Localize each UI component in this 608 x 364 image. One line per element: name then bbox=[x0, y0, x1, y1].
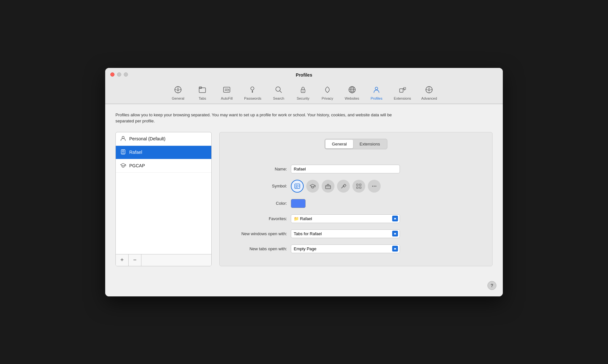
symbol-graduation[interactable] bbox=[306, 180, 319, 193]
titlebar: Profiles General bbox=[105, 68, 503, 104]
pgcap-name: PGCAP bbox=[129, 163, 145, 168]
toolbar-item-autofill[interactable]: AutoFill bbox=[215, 83, 239, 103]
new-windows-label: New windows open with: bbox=[229, 231, 287, 236]
toolbar-item-passwords[interactable]: Passwords bbox=[239, 83, 266, 103]
svg-rect-49 bbox=[359, 187, 361, 188]
svg-point-15 bbox=[276, 87, 280, 91]
svg-rect-25 bbox=[400, 89, 403, 92]
favorites-row: Favorites: 📁 Rafael bbox=[229, 214, 483, 223]
symbol-label: Symbol: bbox=[229, 184, 287, 188]
window-title: Profiles bbox=[296, 72, 312, 78]
svg-point-52 bbox=[376, 186, 376, 186]
toolbar-item-profiles[interactable]: Profiles bbox=[364, 83, 389, 103]
detail-panel: General Extensions Name: Symbol: bbox=[219, 132, 493, 266]
new-windows-select[interactable]: Tabs for Rafael bbox=[291, 229, 400, 238]
toolbar-item-general[interactable]: General bbox=[166, 83, 190, 103]
extensions-icon bbox=[398, 86, 407, 95]
profiles-label: Profiles bbox=[371, 96, 383, 100]
favorites-label: Favorites: bbox=[229, 216, 287, 221]
symbol-id-card[interactable] bbox=[291, 180, 304, 193]
tab-extensions[interactable]: Extensions bbox=[353, 140, 386, 148]
new-tabs-select[interactable]: Empty Page bbox=[291, 244, 400, 253]
rafael-icon bbox=[120, 149, 126, 156]
rafael-name: Rafael bbox=[129, 150, 142, 155]
profile-item-rafael[interactable]: Rafael bbox=[116, 146, 211, 159]
autofill-icon bbox=[223, 86, 231, 95]
add-profile-button[interactable]: + bbox=[116, 254, 129, 266]
color-picker[interactable] bbox=[291, 199, 306, 208]
svg-point-11 bbox=[251, 87, 254, 90]
close-button[interactable] bbox=[110, 72, 114, 77]
profile-item-pgcap[interactable]: PGCAP bbox=[116, 159, 211, 173]
description-text: Profiles allow you to keep your browsing… bbox=[115, 112, 404, 124]
svg-point-27 bbox=[428, 89, 430, 91]
toolbar-item-privacy[interactable]: Privacy bbox=[315, 83, 340, 103]
svg-rect-46 bbox=[357, 184, 358, 186]
svg-rect-43 bbox=[325, 186, 331, 189]
help-button[interactable]: ? bbox=[487, 281, 496, 290]
privacy-icon bbox=[323, 86, 332, 95]
security-label: Security bbox=[297, 96, 309, 100]
security-icon bbox=[299, 86, 307, 95]
toolbar-item-advanced[interactable]: Advanced bbox=[416, 83, 442, 103]
symbol-grid[interactable] bbox=[352, 180, 365, 193]
content-area: Profiles allow you to keep your browsing… bbox=[105, 104, 503, 296]
maximize-button[interactable] bbox=[124, 72, 128, 77]
svg-point-38 bbox=[296, 185, 298, 186]
preferences-window: Profiles General bbox=[105, 68, 503, 296]
autofill-label: AutoFill bbox=[221, 96, 233, 100]
remove-profile-button[interactable]: − bbox=[129, 254, 141, 266]
tabs-label: Tabs bbox=[199, 96, 206, 100]
symbol-row: Symbol: bbox=[229, 180, 483, 193]
toolbar-item-search[interactable]: Search bbox=[266, 83, 291, 103]
svg-point-1 bbox=[177, 89, 179, 91]
profiles-list-footer: + − bbox=[116, 254, 211, 266]
svg-point-24 bbox=[375, 87, 378, 90]
favorites-wrapper: 📁 Rafael bbox=[291, 214, 400, 223]
profiles-list: Personal (Default) Rafael bbox=[115, 132, 212, 266]
profile-item-personal[interactable]: Personal (Default) bbox=[116, 132, 211, 146]
passwords-icon bbox=[249, 86, 257, 95]
passwords-label: Passwords bbox=[244, 96, 261, 100]
advanced-icon bbox=[425, 86, 433, 95]
toolbar-item-extensions[interactable]: Extensions bbox=[389, 83, 416, 103]
new-windows-wrapper: Tabs for Rafael bbox=[291, 229, 400, 238]
profiles-list-items: Personal (Default) Rafael bbox=[116, 132, 211, 254]
new-tabs-wrapper: Empty Page bbox=[291, 244, 400, 253]
svg-rect-47 bbox=[359, 184, 361, 186]
websites-label: Websites bbox=[345, 96, 359, 100]
minimize-button[interactable] bbox=[117, 72, 121, 77]
color-row: Color: bbox=[229, 199, 483, 208]
extensions-label: Extensions bbox=[394, 96, 411, 100]
name-label: Name: bbox=[229, 167, 287, 171]
symbol-hammer[interactable] bbox=[337, 180, 350, 193]
svg-rect-45 bbox=[343, 184, 346, 187]
favorites-select[interactable]: 📁 Rafael bbox=[291, 214, 400, 223]
personal-name: Personal (Default) bbox=[129, 136, 165, 141]
tab-bar: General Extensions bbox=[325, 139, 387, 149]
new-tabs-label: New tabs open with: bbox=[229, 246, 287, 251]
advanced-label: Advanced bbox=[421, 96, 437, 100]
toolbar: General Tabs bbox=[110, 80, 498, 103]
svg-rect-48 bbox=[357, 187, 358, 188]
svg-point-50 bbox=[372, 186, 373, 186]
new-tabs-row: New tabs open with: Empty Page bbox=[229, 244, 483, 253]
name-input[interactable] bbox=[291, 165, 400, 173]
tabs-icon bbox=[198, 86, 207, 95]
tab-general[interactable]: General bbox=[325, 140, 353, 148]
general-icon bbox=[174, 86, 182, 95]
pgcap-icon bbox=[120, 162, 126, 169]
toolbar-item-websites[interactable]: Websites bbox=[340, 83, 364, 103]
symbol-briefcase[interactable] bbox=[322, 180, 334, 193]
svg-point-51 bbox=[374, 186, 375, 186]
main-layout: Personal (Default) Rafael bbox=[115, 132, 493, 266]
personal-icon bbox=[120, 136, 126, 142]
toolbar-item-security[interactable]: Security bbox=[291, 83, 315, 103]
symbol-picker bbox=[291, 180, 381, 193]
svg-line-16 bbox=[280, 91, 282, 93]
search-icon bbox=[274, 86, 283, 95]
toolbar-item-tabs[interactable]: Tabs bbox=[190, 83, 215, 103]
svg-point-18 bbox=[303, 90, 304, 91]
symbol-more[interactable] bbox=[368, 180, 381, 193]
search-label: Search bbox=[273, 96, 284, 100]
